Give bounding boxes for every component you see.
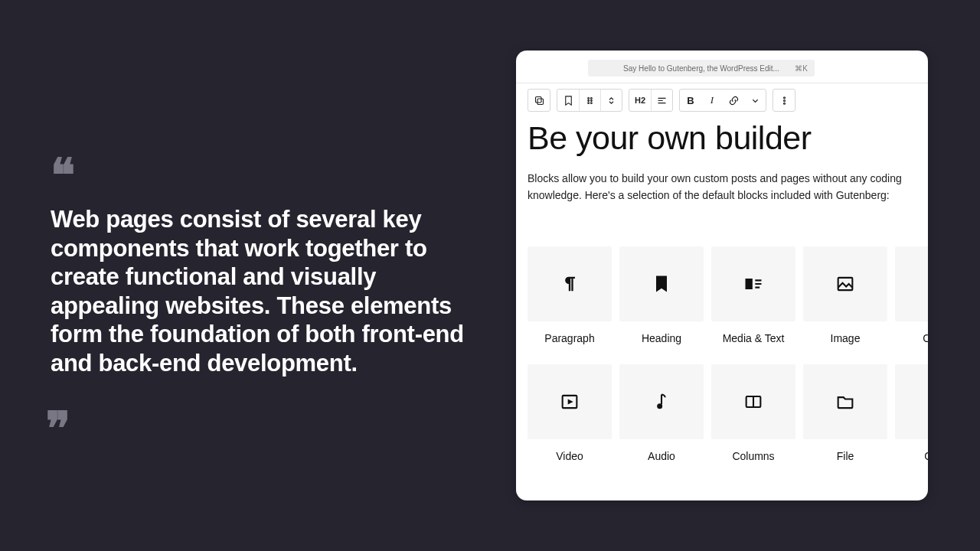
post-body[interactable]: Blocks allow you to build your own custo… bbox=[528, 171, 903, 204]
block-cover[interactable]: Cover bbox=[895, 246, 928, 344]
bold-button[interactable]: B bbox=[680, 90, 701, 111]
keyboard-shortcut: ⌘K bbox=[795, 64, 808, 73]
svg-point-4 bbox=[588, 99, 590, 101]
svg-point-9 bbox=[783, 99, 785, 101]
svg-rect-11 bbox=[746, 279, 753, 289]
header-divider bbox=[516, 83, 928, 83]
move-updown-icon[interactable] bbox=[600, 90, 622, 111]
block-paragraph[interactable]: Paragraph bbox=[528, 246, 612, 344]
block-toolbar: H2 B I bbox=[528, 89, 795, 112]
block-image[interactable]: Image bbox=[803, 246, 887, 344]
svg-point-7 bbox=[591, 102, 593, 103]
italic-button[interactable]: I bbox=[701, 90, 723, 111]
quote-open-icon: ❝ bbox=[51, 153, 475, 199]
block-label: Code bbox=[924, 450, 928, 462]
svg-rect-0 bbox=[535, 96, 541, 103]
block-label: Paragraph bbox=[544, 332, 594, 344]
block-video[interactable]: Video bbox=[528, 364, 612, 462]
block-columns[interactable]: Columns bbox=[711, 364, 795, 462]
post-title[interactable]: Be your own builder bbox=[528, 119, 928, 157]
block-label: Video bbox=[556, 450, 583, 462]
block-label: Media & Text bbox=[723, 332, 785, 344]
block-label: File bbox=[837, 450, 854, 462]
svg-point-15 bbox=[657, 403, 662, 409]
block-media-text[interactable]: Media & Text bbox=[711, 246, 795, 344]
block-inserter-button[interactable] bbox=[528, 90, 550, 111]
block-label: Audio bbox=[648, 450, 675, 462]
heading-level-button[interactable]: H2 bbox=[629, 90, 651, 111]
svg-point-10 bbox=[783, 103, 785, 104]
svg-point-6 bbox=[588, 102, 590, 103]
block-label: Columns bbox=[732, 450, 774, 462]
align-button[interactable] bbox=[651, 90, 672, 111]
svg-rect-12 bbox=[838, 278, 853, 290]
chevron-down-icon[interactable] bbox=[744, 90, 766, 111]
quote-close-icon: ❝ bbox=[51, 385, 70, 431]
quote-block: ❝ Web pages consist of several key compo… bbox=[51, 153, 475, 431]
drag-handle-icon[interactable] bbox=[579, 90, 600, 111]
more-options-icon[interactable] bbox=[773, 90, 795, 111]
block-label: Image bbox=[831, 332, 861, 344]
block-heading[interactable]: Heading bbox=[619, 246, 704, 344]
bookmark-icon[interactable] bbox=[557, 90, 579, 111]
block-file[interactable]: File bbox=[803, 364, 887, 462]
editor-preview-card: Say Hello to Gutenberg, the WordPress Ed… bbox=[516, 51, 928, 500]
block-label: Heading bbox=[642, 332, 681, 344]
block-audio[interactable]: Audio bbox=[619, 364, 704, 462]
command-bar[interactable]: Say Hello to Gutenberg, the WordPress Ed… bbox=[588, 60, 815, 77]
block-code[interactable]: Code bbox=[895, 364, 928, 462]
link-button[interactable] bbox=[723, 90, 744, 111]
svg-point-2 bbox=[588, 97, 590, 99]
svg-point-8 bbox=[783, 96, 785, 98]
quote-text: Web pages consist of several key compone… bbox=[51, 205, 475, 377]
block-label: Cover bbox=[923, 332, 928, 344]
command-bar-text: Say Hello to Gutenberg, the WordPress Ed… bbox=[623, 64, 779, 73]
svg-point-3 bbox=[591, 97, 593, 99]
block-type-grid: Paragraph Heading Media & Text Image Cov… bbox=[528, 246, 928, 462]
svg-point-5 bbox=[591, 99, 593, 101]
svg-rect-1 bbox=[537, 99, 544, 105]
